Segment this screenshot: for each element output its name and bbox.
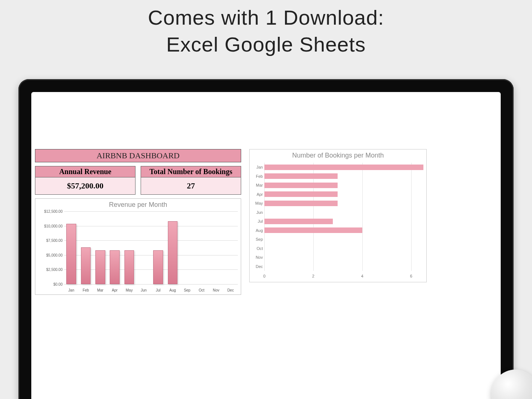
revenue-y-tick: $5,000.00: [36, 253, 64, 257]
revenue-x-tick: Nov: [209, 288, 223, 292]
revenue-bar: [110, 250, 119, 284]
revenue-x-tick: May: [122, 288, 136, 292]
promo-line-2: Excel Google Sheets: [0, 31, 532, 58]
bookings-y-tick: Apr: [250, 192, 264, 197]
bookings-y-tick: Jan: [250, 165, 264, 169]
revenue-x-tick: Dec: [223, 288, 238, 292]
dashboard-title: AIRBNB DASHBOARD: [35, 149, 241, 162]
annual-revenue-label: Annual Revenue: [35, 166, 135, 177]
revenue-x-tick: Feb: [78, 288, 93, 292]
revenue-y-tick: $2,500.00: [36, 268, 64, 272]
revenue-x-tick: Apr: [108, 288, 122, 292]
revenue-chart-plot: $0.00$2,500.00$5,000.00$7,500.00$10,000.…: [64, 211, 238, 284]
bookings-x-tick: 2: [312, 274, 314, 278]
revenue-bar: [66, 224, 76, 284]
bookings-y-tick: Dec: [250, 264, 264, 269]
bookings-chart-title: Number of Bookings per Month: [250, 149, 426, 160]
promo-headline: Comes with 1 Download: Excel Google Shee…: [0, 4, 532, 58]
revenue-x-tick: Jun: [137, 288, 151, 292]
bookings-bar: [264, 183, 338, 188]
annual-revenue-value: $57,200.00: [35, 177, 135, 194]
bookings-y-tick: Nov: [250, 255, 264, 259]
bookings-x-tick: 4: [361, 274, 363, 278]
revenue-bar: [168, 221, 177, 284]
bookings-y-tick: Jul: [250, 219, 264, 223]
revenue-x-tick: Aug: [165, 288, 180, 292]
bookings-bar: [264, 173, 338, 179]
revenue-y-tick: $12,500.00: [36, 209, 64, 213]
revenue-x-tick: Jan: [64, 288, 78, 292]
laptop-screen: AIRBNB DASHBOARD Annual Revenue $57,200.…: [31, 92, 501, 399]
bookings-x-tick: 6: [410, 274, 412, 278]
bookings-y-tick: Feb: [250, 174, 264, 179]
revenue-chart-title: Revenue per Month: [35, 199, 241, 209]
bookings-chart-x-axis: 0246: [264, 274, 423, 279]
promo-line-1: Comes with 1 Download:: [0, 4, 532, 31]
bookings-bar: [264, 227, 362, 233]
revenue-bar: [95, 250, 105, 284]
revenue-x-tick: Sep: [180, 288, 194, 292]
revenue-x-tick: Oct: [194, 288, 209, 292]
revenue-x-tick: Jul: [151, 288, 165, 292]
revenue-y-tick: $7,500.00: [36, 239, 64, 243]
revenue-chart-x-axis: JanFebMarAprMayJunJulAugSepOctNovDec: [64, 288, 238, 292]
bookings-y-tick: Oct: [250, 246, 264, 251]
revenue-chart: Revenue per Month $0.00$2,500.00$5,000.0…: [35, 198, 241, 295]
bookings-bar: [264, 165, 423, 170]
bookings-bar: [264, 201, 338, 206]
bookings-y-tick: Sep: [250, 237, 264, 241]
laptop-frame: AIRBNB DASHBOARD Annual Revenue $57,200.…: [18, 79, 514, 399]
bookings-chart: Number of Bookings per Month JanFebMarAp…: [249, 149, 427, 282]
revenue-y-tick: $0.00: [36, 282, 64, 286]
bookings-y-tick: Aug: [250, 228, 264, 233]
revenue-x-tick: Mar: [93, 288, 108, 292]
annual-revenue-card: Annual Revenue $57,200.00: [35, 166, 135, 195]
revenue-bar: [124, 250, 134, 284]
bookings-y-tick: May: [250, 201, 264, 205]
bookings-bar: [264, 191, 338, 197]
kpi-cards: Annual Revenue $57,200.00 Total Number o…: [35, 166, 241, 195]
bookings-y-tick: Jun: [250, 210, 264, 215]
bookings-y-tick: Mar: [250, 183, 264, 187]
total-bookings-label: Total Number of Bookings: [141, 166, 241, 177]
total-bookings-card: Total Number of Bookings 27: [141, 166, 241, 195]
revenue-bar: [81, 247, 91, 284]
revenue-bar: [153, 250, 163, 284]
dashboard-panel: AIRBNB DASHBOARD Annual Revenue $57,200.…: [35, 149, 241, 295]
bookings-x-tick: 0: [263, 274, 265, 278]
bookings-bar: [264, 219, 333, 224]
bookings-chart-plot: JanFebMarAprMayJunJulAugSepOctNovDec: [264, 163, 423, 271]
revenue-y-tick: $10,000.00: [36, 224, 64, 228]
total-bookings-value: 27: [141, 177, 241, 194]
